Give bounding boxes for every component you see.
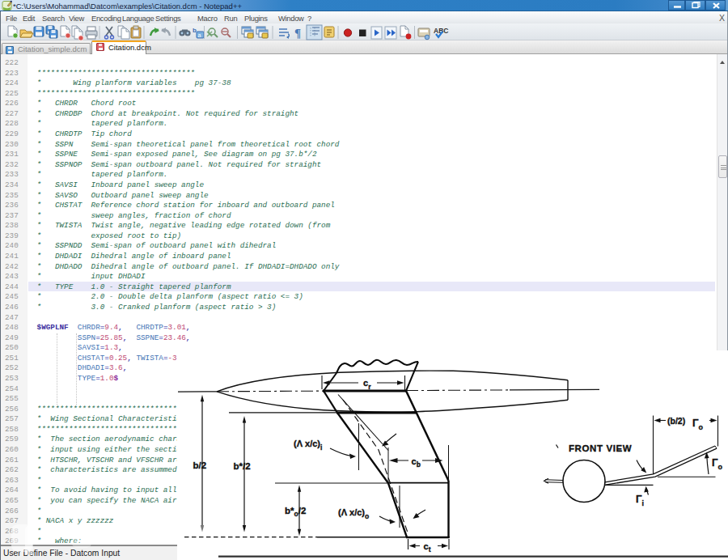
svg-text:(b/2): (b/2): [667, 416, 685, 426]
svg-text:¶: ¶: [294, 27, 301, 40]
svg-text:b/2: b/2: [193, 460, 207, 470]
svg-text:b*/2: b*/2: [234, 461, 251, 471]
svg-text:a: a: [198, 32, 201, 38]
svg-text:b: b: [193, 27, 197, 34]
svg-text:FRONT VIEW: FRONT VIEW: [569, 443, 632, 453]
